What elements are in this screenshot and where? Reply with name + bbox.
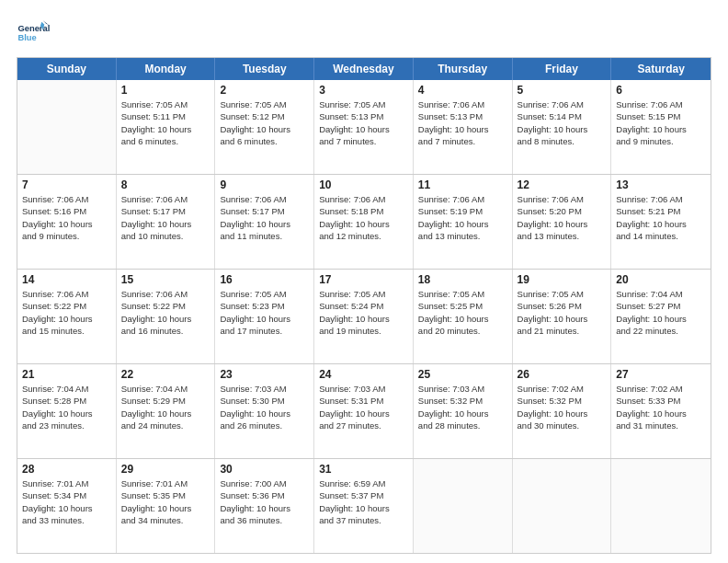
day-info: Sunrise: 7:06 AM Sunset: 5:18 PM Dayligh… [319,193,408,242]
calendar-day-20: 20Sunrise: 7:04 AM Sunset: 5:27 PM Dayli… [611,270,711,363]
calendar-day-27: 27Sunrise: 7:02 AM Sunset: 5:33 PM Dayli… [611,364,711,458]
weekday-header-sunday: Sunday [17,58,117,80]
day-info: Sunrise: 7:02 AM Sunset: 5:33 PM Dayligh… [616,383,706,431]
day-number: 11 [418,178,507,191]
weekday-header-tuesday: Tuesday [215,58,314,80]
day-info: Sunrise: 7:03 AM Sunset: 5:30 PM Dayligh… [220,383,309,431]
day-info: Sunrise: 7:05 AM Sunset: 5:11 PM Dayligh… [121,98,210,147]
calendar-day-30: 30Sunrise: 7:00 AM Sunset: 5:36 PM Dayli… [215,459,314,553]
day-info: Sunrise: 7:06 AM Sunset: 5:13 PM Dayligh… [418,98,507,147]
day-number: 7 [22,178,111,191]
calendar-day-2: 2Sunrise: 7:05 AM Sunset: 5:12 PM Daylig… [215,80,314,174]
day-number: 27 [616,368,706,381]
day-number: 1 [121,84,210,97]
calendar-day-23: 23Sunrise: 7:03 AM Sunset: 5:30 PM Dayli… [215,364,314,458]
calendar-day-19: 19Sunrise: 7:05 AM Sunset: 5:26 PM Dayli… [513,270,612,363]
calendar-day-6: 6Sunrise: 7:06 AM Sunset: 5:15 PM Daylig… [611,80,711,174]
day-number: 21 [22,368,111,381]
day-info: Sunrise: 7:06 AM Sunset: 5:22 PM Dayligh… [121,288,210,337]
day-info: Sunrise: 7:04 AM Sunset: 5:28 PM Dayligh… [22,383,111,431]
day-number: 16 [220,273,309,286]
calendar-day-11: 11Sunrise: 7:06 AM Sunset: 5:19 PM Dayli… [414,175,513,269]
day-number: 25 [418,368,507,381]
calendar-day-14: 14Sunrise: 7:06 AM Sunset: 5:22 PM Dayli… [17,270,117,363]
calendar-day-17: 17Sunrise: 7:05 AM Sunset: 5:24 PM Dayli… [314,270,414,363]
day-number: 10 [319,178,408,191]
day-info: Sunrise: 7:06 AM Sunset: 5:20 PM Dayligh… [518,193,607,242]
calendar-row-1: 1Sunrise: 7:05 AM Sunset: 5:11 PM Daylig… [17,80,711,174]
day-info: Sunrise: 7:01 AM Sunset: 5:34 PM Dayligh… [22,477,111,526]
calendar-day-5: 5Sunrise: 7:06 AM Sunset: 5:14 PM Daylig… [513,80,612,174]
calendar-cell-empty [513,459,612,553]
day-info: Sunrise: 7:05 AM Sunset: 5:26 PM Dayligh… [518,288,607,337]
calendar-day-26: 26Sunrise: 7:02 AM Sunset: 5:32 PM Dayli… [513,364,612,458]
logo-icon: General Blue [17,17,50,50]
day-info: Sunrise: 7:06 AM Sunset: 5:21 PM Dayligh… [616,193,706,242]
calendar-header: SundayMondayTuesdayWednesdayThursdayFrid… [17,58,711,80]
calendar-day-13: 13Sunrise: 7:06 AM Sunset: 5:21 PM Dayli… [611,175,711,269]
calendar-day-29: 29Sunrise: 7:01 AM Sunset: 5:35 PM Dayli… [117,459,216,553]
calendar-day-8: 8Sunrise: 7:06 AM Sunset: 5:17 PM Daylig… [117,175,216,269]
logo: General Blue [17,17,50,50]
calendar-day-7: 7Sunrise: 7:06 AM Sunset: 5:16 PM Daylig… [17,175,117,269]
day-info: Sunrise: 6:59 AM Sunset: 5:37 PM Dayligh… [319,477,408,526]
calendar-cell-empty [17,80,117,174]
weekday-header-monday: Monday [117,58,216,80]
day-number: 29 [121,463,210,476]
calendar-day-18: 18Sunrise: 7:05 AM Sunset: 5:25 PM Dayli… [414,270,513,363]
day-number: 5 [518,84,607,97]
day-number: 20 [616,273,706,286]
day-info: Sunrise: 7:05 AM Sunset: 5:25 PM Dayligh… [418,288,507,337]
svg-text:General: General [17,24,50,33]
day-info: Sunrise: 7:04 AM Sunset: 5:27 PM Dayligh… [616,288,706,337]
calendar-body: 1Sunrise: 7:05 AM Sunset: 5:11 PM Daylig… [17,80,711,553]
day-info: Sunrise: 7:02 AM Sunset: 5:32 PM Dayligh… [518,383,607,431]
calendar-cell-empty [611,459,711,553]
calendar-day-10: 10Sunrise: 7:06 AM Sunset: 5:18 PM Dayli… [314,175,414,269]
day-number: 4 [418,84,507,97]
day-info: Sunrise: 7:06 AM Sunset: 5:16 PM Dayligh… [22,193,111,242]
calendar-day-22: 22Sunrise: 7:04 AM Sunset: 5:29 PM Dayli… [117,364,216,458]
header: General Blue [17,17,711,50]
calendar-row-5: 28Sunrise: 7:01 AM Sunset: 5:34 PM Dayli… [17,458,711,553]
page: General Blue SundayMondayTuesdayWednesda… [0,0,728,563]
calendar-day-25: 25Sunrise: 7:03 AM Sunset: 5:32 PM Dayli… [414,364,513,458]
day-info: Sunrise: 7:06 AM Sunset: 5:14 PM Dayligh… [518,98,607,147]
calendar-row-3: 14Sunrise: 7:06 AM Sunset: 5:22 PM Dayli… [17,269,711,363]
day-info: Sunrise: 7:05 AM Sunset: 5:23 PM Dayligh… [220,288,309,337]
day-info: Sunrise: 7:04 AM Sunset: 5:29 PM Dayligh… [121,383,210,431]
day-number: 28 [22,463,111,476]
weekday-header-thursday: Thursday [414,58,513,80]
calendar-day-4: 4Sunrise: 7:06 AM Sunset: 5:13 PM Daylig… [414,80,513,174]
day-info: Sunrise: 7:05 AM Sunset: 5:13 PM Dayligh… [319,98,408,147]
calendar-day-31: 31Sunrise: 6:59 AM Sunset: 5:37 PM Dayli… [314,459,414,553]
day-info: Sunrise: 7:01 AM Sunset: 5:35 PM Dayligh… [121,477,210,526]
day-number: 30 [220,463,309,476]
day-number: 13 [616,178,706,191]
day-number: 31 [319,463,408,476]
day-info: Sunrise: 7:06 AM Sunset: 5:17 PM Dayligh… [220,193,309,242]
day-number: 9 [220,178,309,191]
day-number: 22 [121,368,210,381]
day-number: 15 [121,273,210,286]
calendar-day-1: 1Sunrise: 7:05 AM Sunset: 5:11 PM Daylig… [117,80,216,174]
day-info: Sunrise: 7:05 AM Sunset: 5:12 PM Dayligh… [220,98,309,147]
calendar-day-9: 9Sunrise: 7:06 AM Sunset: 5:17 PM Daylig… [215,175,314,269]
day-info: Sunrise: 7:06 AM Sunset: 5:22 PM Dayligh… [22,288,111,337]
day-number: 24 [319,368,408,381]
day-number: 19 [518,273,607,286]
calendar-day-28: 28Sunrise: 7:01 AM Sunset: 5:34 PM Dayli… [17,459,117,553]
weekday-header-friday: Friday [513,58,612,80]
calendar-day-12: 12Sunrise: 7:06 AM Sunset: 5:20 PM Dayli… [513,175,612,269]
calendar-day-15: 15Sunrise: 7:06 AM Sunset: 5:22 PM Dayli… [117,270,216,363]
weekday-header-wednesday: Wednesday [314,58,414,80]
day-info: Sunrise: 7:06 AM Sunset: 5:17 PM Dayligh… [121,193,210,242]
day-info: Sunrise: 7:00 AM Sunset: 5:36 PM Dayligh… [220,477,309,526]
day-info: Sunrise: 7:03 AM Sunset: 5:31 PM Dayligh… [319,383,408,431]
day-info: Sunrise: 7:06 AM Sunset: 5:15 PM Dayligh… [616,98,706,147]
calendar-day-16: 16Sunrise: 7:05 AM Sunset: 5:23 PM Dayli… [215,270,314,363]
calendar-day-21: 21Sunrise: 7:04 AM Sunset: 5:28 PM Dayli… [17,364,117,458]
calendar-cell-empty [414,459,513,553]
day-info: Sunrise: 7:06 AM Sunset: 5:19 PM Dayligh… [418,193,507,242]
day-number: 12 [518,178,607,191]
